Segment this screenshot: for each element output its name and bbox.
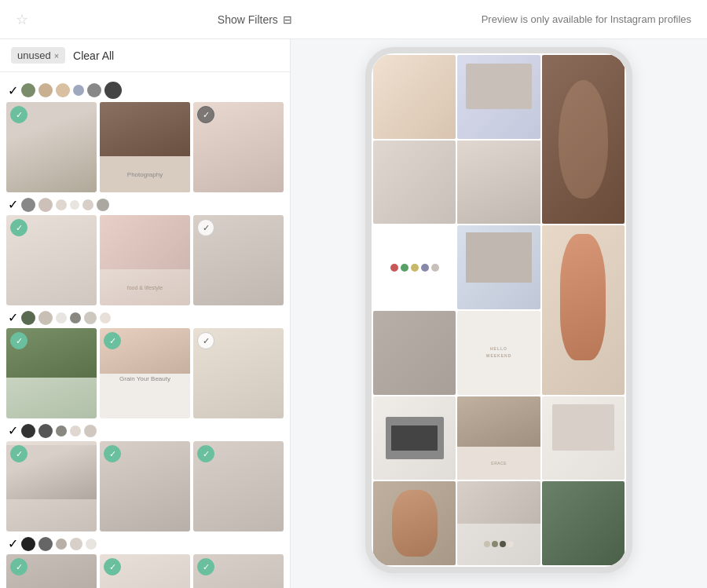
check-icon[interactable]: ✓	[104, 558, 121, 575]
phone-cell	[542, 481, 625, 565]
header: ☆ Show Filters ⊟ Preview is only availab…	[0, 0, 707, 39]
check-1[interactable]: ✓	[8, 83, 18, 98]
grid-item[interactable]: Photography	[100, 102, 190, 192]
preview-text: Preview is only available for Instagram …	[482, 13, 691, 25]
grid-item[interactable]: ✓	[193, 215, 284, 305]
check-icon[interactable]: ✓	[197, 106, 214, 123]
check-icon[interactable]: ✓	[197, 445, 214, 462]
check-5[interactable]: ✓	[8, 536, 18, 551]
filter-sliders-icon: ⊟	[283, 13, 292, 26]
image-grid-row-5: ✓ ✓ ✓	[6, 554, 284, 588]
phone-cell	[542, 396, 625, 480]
check-icon[interactable]: ✓	[197, 332, 214, 349]
grid-item[interactable]: ✓	[193, 554, 284, 588]
check-4[interactable]: ✓	[8, 423, 18, 438]
grid-item[interactable]: ✓	[100, 441, 190, 531]
check-icon[interactable]: ✓	[197, 558, 214, 575]
swatch-row-4: ✓	[6, 420, 284, 441]
grid-item[interactable]: ✓	[193, 102, 284, 192]
check-icon[interactable]: ✓	[197, 219, 214, 236]
phone-cell	[457, 225, 540, 309]
phone-cell	[542, 55, 625, 224]
phone-cell	[373, 55, 456, 139]
main-layout: unused × Clear All ✓ ✓	[0, 39, 707, 588]
image-grid-row-2: ✓ food & lifestyle ✓	[6, 215, 284, 305]
swatch-row-5: ✓	[6, 533, 284, 554]
phone-cell	[457, 141, 540, 225]
clear-all-button[interactable]: Clear All	[73, 49, 114, 62]
grid-item[interactable]: ✓	[6, 102, 97, 192]
grid-item[interactable]: ✓	[193, 328, 284, 418]
tag-close-icon[interactable]: ×	[54, 51, 59, 60]
check-3[interactable]: ✓	[8, 310, 18, 325]
check-icon[interactable]: ✓	[10, 219, 27, 236]
grid-item[interactable]: ✓ Grain Your Beauty	[100, 328, 190, 418]
grid-item[interactable]: ✓	[6, 441, 97, 531]
phone-cell	[373, 481, 456, 565]
grid-container: ✓ ✓ Photography ✓	[0, 72, 290, 588]
check-icon[interactable]: ✓	[104, 445, 121, 462]
grid-item[interactable]: ✓	[6, 328, 97, 418]
check-icon[interactable]: ✓	[104, 332, 121, 349]
show-filters-button[interactable]: Show Filters ⊟	[218, 13, 292, 26]
filter-bar: unused × Clear All	[0, 39, 290, 72]
swatch-row-3: ✓	[6, 307, 284, 328]
phone-cell: HELLOWEEKEND	[457, 311, 540, 395]
image-grid-row-3: ✓ ✓ Grain Your Beauty ✓	[6, 328, 284, 418]
right-panel: HELLOWEEKEND GRACE	[291, 39, 707, 588]
phone-cell	[457, 55, 540, 139]
check-icon[interactable]: ✓	[10, 332, 27, 349]
phone-cell	[542, 225, 625, 394]
phone-cell	[373, 141, 456, 225]
check-icon[interactable]: ✓	[10, 445, 27, 462]
swatch-row-1: ✓	[6, 79, 284, 102]
header-center: Show Filters ⊟	[28, 13, 482, 26]
phone-cell: GRACE	[457, 396, 540, 480]
tag-label: unused	[17, 49, 51, 61]
phone-cell	[457, 481, 540, 565]
grid-item[interactable]: ✓	[6, 554, 97, 588]
check-icon[interactable]: ✓	[10, 106, 27, 123]
swatch-row-2: ✓	[6, 194, 284, 215]
star-icon[interactable]: ☆	[16, 11, 28, 28]
phone-cell	[373, 311, 456, 395]
grid-item[interactable]: ✓	[193, 441, 284, 531]
phone-cell	[373, 396, 456, 480]
phone-cell	[373, 225, 456, 309]
grid-item[interactable]: ✓	[100, 554, 190, 588]
phone-mockup: HELLOWEEKEND GRACE	[365, 47, 632, 573]
grid-item[interactable]: food & lifestyle	[100, 215, 190, 305]
grid-item[interactable]: ✓	[6, 215, 97, 305]
image-grid-row-1: ✓ Photography ✓	[6, 102, 284, 192]
check-2[interactable]: ✓	[8, 197, 18, 212]
header-left: ☆	[16, 11, 28, 28]
header-right: Preview is only available for Instagram …	[482, 13, 691, 25]
check-icon[interactable]: ✓	[10, 558, 27, 575]
filter-tag-unused[interactable]: unused ×	[11, 47, 65, 64]
image-grid-row-4: ✓ ✓ ✓	[6, 441, 284, 531]
left-panel: unused × Clear All ✓ ✓	[0, 39, 291, 588]
show-filters-label: Show Filters	[218, 13, 278, 26]
